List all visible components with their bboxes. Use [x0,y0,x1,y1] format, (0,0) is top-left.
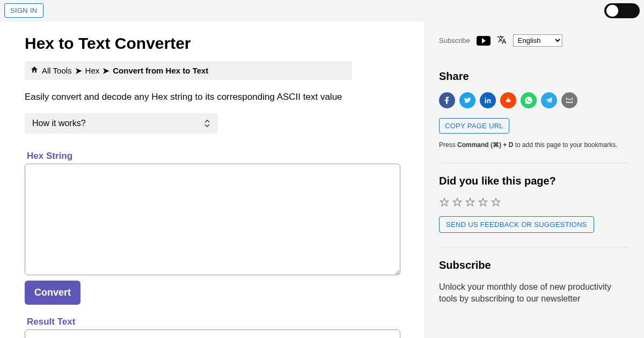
sidebar: Subscribe English Share [424,21,644,338]
breadcrumb-separator: ➤ [75,66,82,76]
main-content: Hex to Text Converter All Tools ➤ Hex ➤ … [0,21,424,338]
subscribe-row: Subscribe English [439,34,629,47]
breadcrumb-all-tools[interactable]: All Tools [42,66,72,75]
share-reddit[interactable] [500,92,516,108]
breadcrumb: All Tools ➤ Hex ➤ Convert from Hex to Te… [25,61,352,80]
breadcrumb-current: Convert from Hex to Text [113,66,208,75]
breadcrumb-hex[interactable]: Hex [85,66,100,75]
breadcrumb-separator: ➤ [103,66,109,76]
result-label: Result Text [27,317,424,327]
divider [439,163,629,163]
feedback-button[interactable]: SEND US FEEDBACK OR SUGGESTIONS [439,216,594,233]
theme-toggle[interactable] [604,3,640,18]
subscribe-heading: Subscribe [439,259,629,271]
share-telegram[interactable] [541,92,557,108]
hex-input[interactable] [25,164,400,275]
home-icon[interactable] [30,65,39,76]
language-select[interactable]: English [513,34,562,47]
subscribe-label: Subscribe [439,36,470,45]
copy-url-button[interactable]: COPY PAGE URL [439,118,509,134]
star-4[interactable] [478,197,488,208]
page-title: Hex to Text Converter [25,34,424,53]
share-email[interactable] [561,92,577,108]
share-facebook[interactable] [439,92,455,108]
divider [439,247,629,247]
translate-icon [497,35,507,46]
star-5[interactable] [491,197,501,208]
hex-input-label: Hex String [27,151,424,161]
layout: Hex to Text Converter All Tools ➤ Hex ➤ … [0,21,644,338]
topbar: SIGN IN [0,0,644,21]
toggle-knob [606,5,618,17]
rating-heading: Did you like this page? [439,175,629,187]
share-twitter[interactable] [459,92,475,108]
star-3[interactable] [465,197,475,208]
convert-button[interactable]: Convert [25,281,80,305]
star-rating [439,197,629,208]
signin-button[interactable]: SIGN IN [4,3,43,18]
share-linkedin[interactable] [480,92,496,108]
youtube-icon[interactable] [477,36,491,46]
share-heading: Share [439,70,629,83]
star-1[interactable] [439,197,450,208]
chevron-updown-icon [204,119,210,128]
how-it-works-toggle[interactable]: How it works? [25,113,218,134]
share-whatsapp[interactable] [521,92,537,108]
bookmark-hint: Press Command (⌘) + D to add this page t… [439,141,629,149]
share-buttons [439,92,629,108]
star-2[interactable] [452,197,463,208]
how-it-works-label: How it works? [32,119,86,128]
subscribe-text: Unlock your monthly dose of new producti… [439,281,629,305]
page-description: Easily convert and decode any Hex string… [25,92,424,102]
result-output[interactable] [25,329,400,338]
